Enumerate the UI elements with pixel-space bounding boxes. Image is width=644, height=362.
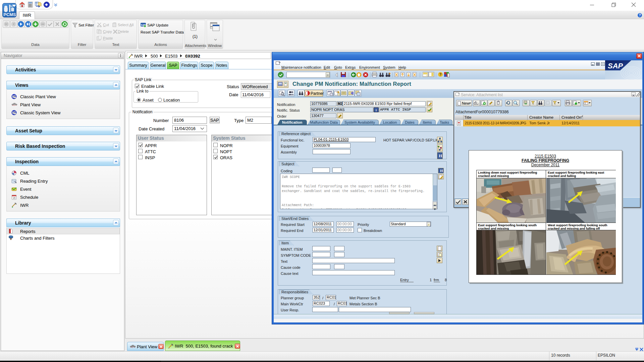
svg-text:PCMS: PCMS <box>3 12 16 17</box>
svg-text:?: ? <box>439 73 441 76</box>
svg-text:SAP: SAP <box>608 62 623 70</box>
svg-text:i: i <box>376 108 377 112</box>
svg-text:15: 15 <box>13 197 15 199</box>
